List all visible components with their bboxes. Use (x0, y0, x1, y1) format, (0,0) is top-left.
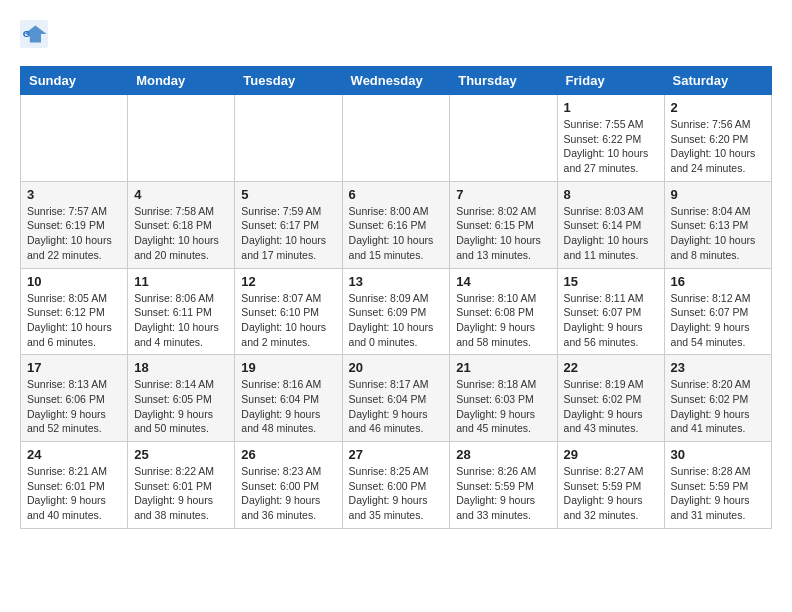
calendar-cell: 11Sunrise: 8:06 AM Sunset: 6:11 PM Dayli… (128, 268, 235, 355)
day-info: Sunrise: 8:11 AM Sunset: 6:07 PM Dayligh… (564, 291, 658, 350)
general-blue-logo-icon: G (20, 20, 48, 48)
day-info: Sunrise: 8:03 AM Sunset: 6:14 PM Dayligh… (564, 204, 658, 263)
day-info: Sunrise: 8:18 AM Sunset: 6:03 PM Dayligh… (456, 377, 550, 436)
day-number: 6 (349, 187, 444, 202)
day-info: Sunrise: 8:06 AM Sunset: 6:11 PM Dayligh… (134, 291, 228, 350)
calendar-cell (235, 95, 342, 182)
calendar-cell (128, 95, 235, 182)
day-info: Sunrise: 8:13 AM Sunset: 6:06 PM Dayligh… (27, 377, 121, 436)
day-number: 24 (27, 447, 121, 462)
day-number: 23 (671, 360, 765, 375)
day-info: Sunrise: 8:16 AM Sunset: 6:04 PM Dayligh… (241, 377, 335, 436)
calendar-cell: 27Sunrise: 8:25 AM Sunset: 6:00 PM Dayli… (342, 442, 450, 529)
calendar: SundayMondayTuesdayWednesdayThursdayFrid… (20, 66, 772, 529)
day-number: 27 (349, 447, 444, 462)
day-number: 12 (241, 274, 335, 289)
calendar-cell (342, 95, 450, 182)
col-header-saturday: Saturday (664, 67, 771, 95)
day-number: 14 (456, 274, 550, 289)
calendar-cell: 14Sunrise: 8:10 AM Sunset: 6:08 PM Dayli… (450, 268, 557, 355)
day-info: Sunrise: 8:10 AM Sunset: 6:08 PM Dayligh… (456, 291, 550, 350)
day-number: 9 (671, 187, 765, 202)
day-number: 18 (134, 360, 228, 375)
day-number: 28 (456, 447, 550, 462)
day-number: 22 (564, 360, 658, 375)
calendar-cell: 16Sunrise: 8:12 AM Sunset: 6:07 PM Dayli… (664, 268, 771, 355)
day-number: 4 (134, 187, 228, 202)
day-info: Sunrise: 8:04 AM Sunset: 6:13 PM Dayligh… (671, 204, 765, 263)
calendar-cell: 22Sunrise: 8:19 AM Sunset: 6:02 PM Dayli… (557, 355, 664, 442)
col-header-wednesday: Wednesday (342, 67, 450, 95)
day-number: 7 (456, 187, 550, 202)
calendar-cell (21, 95, 128, 182)
day-number: 10 (27, 274, 121, 289)
day-info: Sunrise: 8:28 AM Sunset: 5:59 PM Dayligh… (671, 464, 765, 523)
calendar-cell: 26Sunrise: 8:23 AM Sunset: 6:00 PM Dayli… (235, 442, 342, 529)
calendar-cell: 21Sunrise: 8:18 AM Sunset: 6:03 PM Dayli… (450, 355, 557, 442)
day-number: 11 (134, 274, 228, 289)
calendar-cell: 2Sunrise: 7:56 AM Sunset: 6:20 PM Daylig… (664, 95, 771, 182)
day-info: Sunrise: 8:07 AM Sunset: 6:10 PM Dayligh… (241, 291, 335, 350)
calendar-cell: 28Sunrise: 8:26 AM Sunset: 5:59 PM Dayli… (450, 442, 557, 529)
day-info: Sunrise: 8:09 AM Sunset: 6:09 PM Dayligh… (349, 291, 444, 350)
calendar-cell: 13Sunrise: 8:09 AM Sunset: 6:09 PM Dayli… (342, 268, 450, 355)
day-number: 13 (349, 274, 444, 289)
day-number: 8 (564, 187, 658, 202)
day-number: 20 (349, 360, 444, 375)
day-info: Sunrise: 8:02 AM Sunset: 6:15 PM Dayligh… (456, 204, 550, 263)
day-info: Sunrise: 8:20 AM Sunset: 6:02 PM Dayligh… (671, 377, 765, 436)
day-info: Sunrise: 7:58 AM Sunset: 6:18 PM Dayligh… (134, 204, 228, 263)
day-info: Sunrise: 7:55 AM Sunset: 6:22 PM Dayligh… (564, 117, 658, 176)
calendar-cell: 9Sunrise: 8:04 AM Sunset: 6:13 PM Daylig… (664, 181, 771, 268)
day-info: Sunrise: 8:26 AM Sunset: 5:59 PM Dayligh… (456, 464, 550, 523)
day-info: Sunrise: 8:27 AM Sunset: 5:59 PM Dayligh… (564, 464, 658, 523)
calendar-cell: 17Sunrise: 8:13 AM Sunset: 6:06 PM Dayli… (21, 355, 128, 442)
day-info: Sunrise: 8:05 AM Sunset: 6:12 PM Dayligh… (27, 291, 121, 350)
calendar-cell: 5Sunrise: 7:59 AM Sunset: 6:17 PM Daylig… (235, 181, 342, 268)
day-number: 17 (27, 360, 121, 375)
day-number: 5 (241, 187, 335, 202)
day-info: Sunrise: 8:17 AM Sunset: 6:04 PM Dayligh… (349, 377, 444, 436)
calendar-cell: 23Sunrise: 8:20 AM Sunset: 6:02 PM Dayli… (664, 355, 771, 442)
calendar-cell: 24Sunrise: 8:21 AM Sunset: 6:01 PM Dayli… (21, 442, 128, 529)
calendar-cell: 4Sunrise: 7:58 AM Sunset: 6:18 PM Daylig… (128, 181, 235, 268)
day-number: 29 (564, 447, 658, 462)
day-number: 2 (671, 100, 765, 115)
day-info: Sunrise: 7:57 AM Sunset: 6:19 PM Dayligh… (27, 204, 121, 263)
col-header-thursday: Thursday (450, 67, 557, 95)
logo: G (20, 20, 52, 48)
day-number: 25 (134, 447, 228, 462)
calendar-cell: 12Sunrise: 8:07 AM Sunset: 6:10 PM Dayli… (235, 268, 342, 355)
day-info: Sunrise: 8:25 AM Sunset: 6:00 PM Dayligh… (349, 464, 444, 523)
day-info: Sunrise: 8:12 AM Sunset: 6:07 PM Dayligh… (671, 291, 765, 350)
day-number: 26 (241, 447, 335, 462)
calendar-cell: 25Sunrise: 8:22 AM Sunset: 6:01 PM Dayli… (128, 442, 235, 529)
calendar-cell: 29Sunrise: 8:27 AM Sunset: 5:59 PM Dayli… (557, 442, 664, 529)
day-info: Sunrise: 8:22 AM Sunset: 6:01 PM Dayligh… (134, 464, 228, 523)
day-number: 1 (564, 100, 658, 115)
day-number: 3 (27, 187, 121, 202)
day-number: 21 (456, 360, 550, 375)
day-number: 19 (241, 360, 335, 375)
day-number: 15 (564, 274, 658, 289)
day-info: Sunrise: 7:56 AM Sunset: 6:20 PM Dayligh… (671, 117, 765, 176)
col-header-sunday: Sunday (21, 67, 128, 95)
col-header-friday: Friday (557, 67, 664, 95)
calendar-cell: 30Sunrise: 8:28 AM Sunset: 5:59 PM Dayli… (664, 442, 771, 529)
calendar-cell: 15Sunrise: 8:11 AM Sunset: 6:07 PM Dayli… (557, 268, 664, 355)
calendar-cell (450, 95, 557, 182)
calendar-cell: 3Sunrise: 7:57 AM Sunset: 6:19 PM Daylig… (21, 181, 128, 268)
day-number: 16 (671, 274, 765, 289)
col-header-tuesday: Tuesday (235, 67, 342, 95)
calendar-cell: 8Sunrise: 8:03 AM Sunset: 6:14 PM Daylig… (557, 181, 664, 268)
calendar-cell: 10Sunrise: 8:05 AM Sunset: 6:12 PM Dayli… (21, 268, 128, 355)
calendar-cell: 19Sunrise: 8:16 AM Sunset: 6:04 PM Dayli… (235, 355, 342, 442)
calendar-cell: 18Sunrise: 8:14 AM Sunset: 6:05 PM Dayli… (128, 355, 235, 442)
calendar-cell: 7Sunrise: 8:02 AM Sunset: 6:15 PM Daylig… (450, 181, 557, 268)
day-info: Sunrise: 7:59 AM Sunset: 6:17 PM Dayligh… (241, 204, 335, 263)
col-header-monday: Monday (128, 67, 235, 95)
day-info: Sunrise: 8:21 AM Sunset: 6:01 PM Dayligh… (27, 464, 121, 523)
calendar-cell: 6Sunrise: 8:00 AM Sunset: 6:16 PM Daylig… (342, 181, 450, 268)
day-info: Sunrise: 8:23 AM Sunset: 6:00 PM Dayligh… (241, 464, 335, 523)
day-number: 30 (671, 447, 765, 462)
